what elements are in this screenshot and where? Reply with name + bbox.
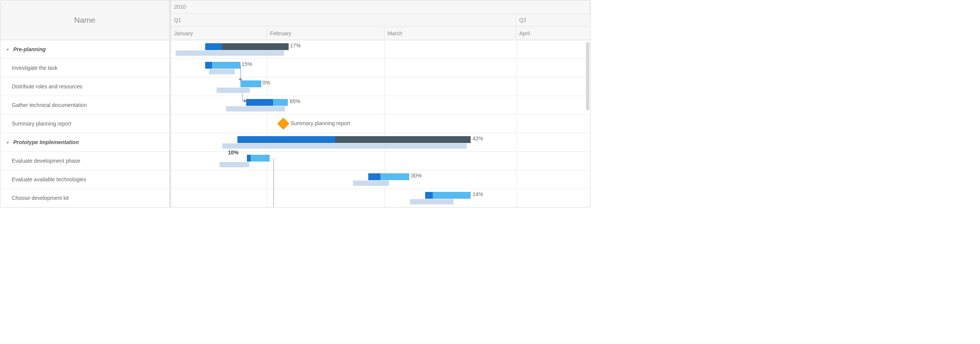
task-row-gather[interactable]: Gather technical documentation [0, 96, 169, 115]
timeline-header: 2010 Q1 Q2 January February Marc [171, 0, 590, 40]
baseline-bar [410, 199, 453, 204]
progress-bar [368, 173, 380, 180]
task-label: Evaluate development phase [12, 158, 80, 164]
progress-label: 65% [290, 98, 301, 104]
gantt-chart: Name ▾ Pre-planning Investigate the task… [0, 0, 590, 207]
milestone-label: Summary planning report [291, 120, 350, 126]
bar-row-eval-phase: 10% [171, 152, 590, 170]
quarter-cell: Q2 [516, 14, 588, 27]
progress-label: 0% [262, 80, 270, 86]
progress-bar [205, 62, 212, 68]
bar-row-investigate: 15% [171, 59, 590, 77]
baseline-bar [209, 69, 235, 74]
group-progress [205, 43, 222, 50]
task-label: Investigate the task [12, 65, 58, 71]
task-label: Evaluate available technologies [12, 176, 86, 182]
quarter-label: Q1 [174, 17, 181, 23]
progress-label: 10% [228, 150, 239, 156]
name-column-header: Name [0, 0, 169, 40]
month-label: April [519, 30, 530, 37]
month-row: January February March April [171, 27, 590, 40]
baseline-bar [216, 88, 250, 93]
bar-row-milestone: Summary planning report [171, 115, 590, 133]
chevron-down-icon[interactable]: ▾ [6, 140, 10, 145]
progress-label: 42% [473, 135, 483, 142]
task-row-eval-tech[interactable]: Evaluate available technologies [0, 170, 169, 189]
progress-label: 15% [242, 61, 252, 67]
task-rows: ▾ Pre-planning Investigate the task Dist… [0, 40, 169, 207]
task-row-eval-phase[interactable]: Evaluate development phase [0, 152, 169, 170]
task-label: Distribute roles and resources [12, 83, 82, 89]
progress-bar [246, 99, 273, 106]
task-label: Pre-planning [13, 46, 46, 53]
bar-row-distribute: 0% [171, 77, 590, 96]
year-cell: 2010 [171, 0, 590, 13]
timeline-panel: 2010 Q1 Q2 January February Marc [171, 0, 590, 207]
progress-label: 30% [411, 172, 422, 178]
bar-row-eval-tech: 30% [171, 170, 590, 189]
task-row-choose-kit[interactable]: Choose development kit [0, 189, 169, 207]
baseline-bar [226, 106, 285, 111]
month-cell: April [516, 27, 588, 40]
scrollbar-thumb[interactable] [586, 42, 589, 110]
progress-bar [247, 155, 251, 162]
dependency-link [240, 65, 241, 79]
bar-row-prototype-impl: 42% [171, 133, 590, 152]
year-row: 2010 [171, 0, 590, 14]
task-row-distribute[interactable]: Distribute roles and resources [0, 77, 169, 96]
progress-label: 14% [473, 191, 483, 197]
quarter-label: Q2 [519, 17, 527, 23]
task-label: Choose development kit [12, 195, 68, 201]
task-row-summary-report[interactable]: Summary planning report [0, 115, 169, 133]
bar-row-choose-kit: 14% [171, 189, 590, 207]
month-label: January [174, 30, 193, 37]
task-row-prototype-impl[interactable]: ▾ Prototype Implementation [0, 133, 169, 152]
arrow-right-icon [244, 99, 247, 103]
task-label: Gather technical documentation [12, 102, 87, 108]
gridline [267, 40, 267, 207]
task-row-pre-planning[interactable]: ▾ Pre-planning [0, 40, 169, 59]
gridline [516, 40, 517, 207]
timeline-body[interactable]: 17% 15% 0% 65% [171, 40, 590, 207]
baseline-bar [176, 51, 284, 56]
task-label: Summary planning report [12, 121, 71, 127]
month-cell: January [171, 27, 267, 40]
progress-bar [425, 192, 433, 199]
bar-row-pre-planning: 17% [171, 40, 590, 59]
arrow-down-icon [239, 78, 242, 81]
task-bar[interactable] [240, 80, 261, 87]
year-label: 2010 [174, 4, 186, 10]
quarter-cell: Q1 [171, 14, 516, 27]
month-label: February [270, 30, 291, 37]
baseline-bar [222, 143, 467, 149]
group-progress [237, 136, 335, 143]
chevron-down-icon[interactable]: ▾ [6, 48, 10, 52]
progress-label: 17% [290, 43, 301, 49]
name-column-label: Name [74, 16, 95, 25]
month-label: March [388, 30, 402, 37]
quarter-row: Q1 Q2 [171, 14, 590, 27]
milestone-diamond-icon[interactable] [277, 118, 289, 129]
baseline-bar [220, 162, 249, 167]
baseline-bar [353, 180, 389, 186]
month-cell: March [385, 27, 516, 40]
bar-row-gather: 65% [171, 96, 590, 115]
dependency-link [274, 159, 274, 207]
task-label: Prototype Implementation [13, 139, 79, 145]
month-cell: February [267, 27, 385, 40]
task-list-panel: Name ▾ Pre-planning Investigate the task… [0, 0, 171, 207]
task-row-investigate[interactable]: Investigate the task [0, 59, 169, 77]
